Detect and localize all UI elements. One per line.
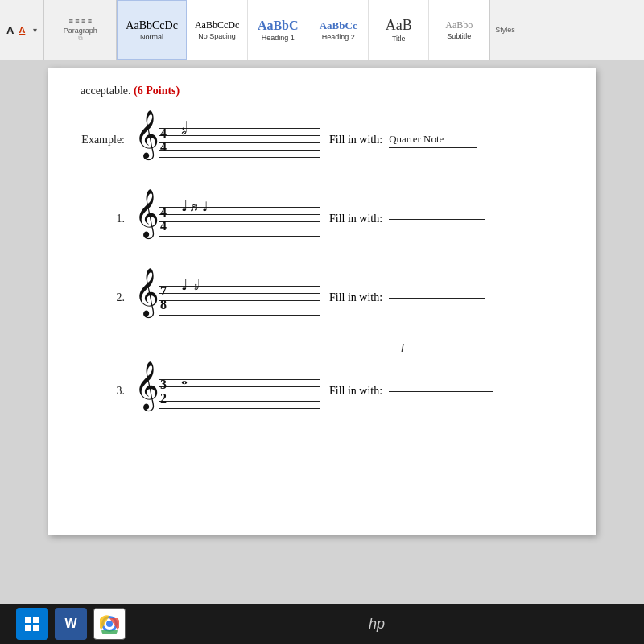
time-sig-3: 3 2 [160,378,167,405]
fill-label-3: Fill in with: [329,385,382,398]
taskbar-brand: hp [369,616,385,633]
staff-line-1-3 [159,221,320,222]
exercise-2-label: 2. [80,291,125,304]
exercise-3-label: 3. [80,385,125,398]
notes-1: ♩ ♬ ♩ [181,197,208,215]
align-icons: ≡ ≡ ≡ ≡ [69,17,93,25]
staff-line-3-5 [159,408,320,409]
staff-line-4 [159,150,320,151]
staff-line-3-2 [159,386,320,387]
paragraph-section: ≡ ≡ ≡ ≡ Paragraph ⧉ [43,0,116,60]
time-sig-top-1: 4 [160,205,167,219]
beamed-group: ♬ ♩ [189,200,208,213]
word-icon: W [64,617,76,631]
exercise-example: Example: 𝄞 4 4 𝅗� [80,112,564,168]
taskbar-left: W [16,608,126,640]
fill-answer-example: Quarter Note [389,133,444,145]
notes-2: ♩ 𝅗𝅥· [181,276,198,294]
time-sig-bot-1: 4 [160,219,167,233]
notes-example: 𝅗𝅥· [181,118,186,139]
staff-line-5 [159,157,320,158]
time-sig-bot-2: 8 [160,298,167,312]
time-sig-example: 4 4 [160,126,167,154]
paragraph-tools: ≡ ≡ ≡ ≡ [69,17,93,25]
styles-panel: AaBbCcDc Normal AaBbCcDc No Spacing AaBb… [116,0,644,60]
font-a-label: A [6,24,14,36]
intro-text-container: acceptable. (6 Points) [80,85,564,97]
quarter-note-1a: ♩ [181,197,188,215]
exercise-2: 2. 𝄞 7 8 ♩ 𝅗𝅥· [80,270,564,326]
svg-rect-3 [33,625,39,631]
chrome-button[interactable] [93,608,126,640]
style-h1-preview: AaBbC [258,19,299,33]
text-cursor: I [401,341,404,354]
time-sig-2: 7 8 [160,284,167,312]
exercise-3: 3. 𝄞 3 2 𝅝 Fi [80,363,564,419]
staff-line-1-5 [159,236,320,237]
document-area: acceptable. (6 Points) Example: 𝄞 4 [0,60,644,604]
fill-label-1: Fill in with: [329,213,382,225]
time-sig-top-example: 4 [160,126,167,140]
svg-rect-0 [25,617,31,623]
exercise-example-label: Example: [80,134,125,147]
styles-section-label-container: Styles [489,0,520,60]
style-title-preview: AaB [386,17,412,34]
style-title[interactable]: AaB Title [369,0,429,60]
fill-3: Fill in with: [329,385,493,398]
svg-rect-1 [33,617,39,623]
quarter-note-2: ♩ [181,276,188,294]
fill-example: Fill in with: Quarter Note [329,133,477,148]
staff-line-2-3 [159,300,320,301]
style-h2-label: Heading 2 [322,33,355,41]
fill-line-2 [389,298,485,299]
staff-line-3 [159,142,320,143]
paragraph-expand[interactable]: ⧉ [78,35,83,43]
time-sig-bot-3: 2 [160,391,167,405]
style-normal-label: Normal [140,33,163,41]
chrome-icon [100,614,119,634]
windows-icon [24,616,40,632]
staff-line-1-4 [159,229,320,229]
staff-2: 𝄞 7 8 ♩ 𝅗𝅥· [134,270,320,326]
points-text: (6 Points) [134,85,180,97]
style-normal[interactable]: AaBbCcDc Normal [117,0,187,60]
staff-lines-3 [159,379,320,409]
fill-label-2: Fill in with: [329,291,382,304]
style-h2-preview: AaBbCc [320,19,357,32]
style-nospace-preview: AaBbCcDc [195,19,239,31]
style-nospace[interactable]: AaBbCcDc No Spacing [187,0,248,60]
windows-button[interactable] [16,608,48,640]
style-subtitle-label: Subtitle [447,32,471,40]
fill-line-example: Quarter Note [389,133,477,148]
treble-clef-3: 𝄞 [134,365,159,407]
staff-example: 𝄞 4 4 𝅗𝅥· [134,112,320,168]
staff-3: 𝄞 3 2 𝅝 [134,363,320,419]
cursor-area: I [242,341,564,355]
ribbon-bar: A A ▾ ≡ ≡ ≡ ≡ Paragraph ⧉ AaBbCcDc Norma… [0,0,644,60]
font-options: ▾ [33,26,37,35]
style-subtitle[interactable]: AaBbo Subtitle [429,0,489,60]
dotted-half-2: 𝅗𝅥· [194,277,198,294]
word-button[interactable]: W [55,608,87,640]
staff-line-2-4 [159,308,320,308]
staff-line-3-3 [159,394,320,394]
styles-section-label: Styles [495,26,515,34]
time-sig-top-2: 7 [160,284,167,298]
staff-line-2-5 [159,315,320,316]
document-page: acceptable. (6 Points) Example: 𝄞 4 [48,68,596,535]
treble-clef-example: 𝄞 [134,114,159,155]
ribbon-left-tools: A A ▾ [0,0,43,60]
style-nospace-label: No Spacing [198,32,236,40]
style-h1[interactable]: AaBbC Heading 1 [248,0,308,60]
style-title-label: Title [392,35,406,43]
fill-2: Fill in with: [329,291,485,304]
style-h2[interactable]: AaBbCc Heading 2 [308,0,369,60]
style-h1-label: Heading 1 [262,34,295,42]
fill-line-1 [389,219,485,220]
staff-line-3-4 [159,401,320,402]
staff-line-3-1 [159,379,320,380]
paragraph-label: Paragraph [64,27,97,35]
time-sig-bot-example: 4 [160,140,167,154]
time-sig-top-3: 3 [160,378,167,391]
treble-clef-2: 𝄞 [134,271,159,313]
